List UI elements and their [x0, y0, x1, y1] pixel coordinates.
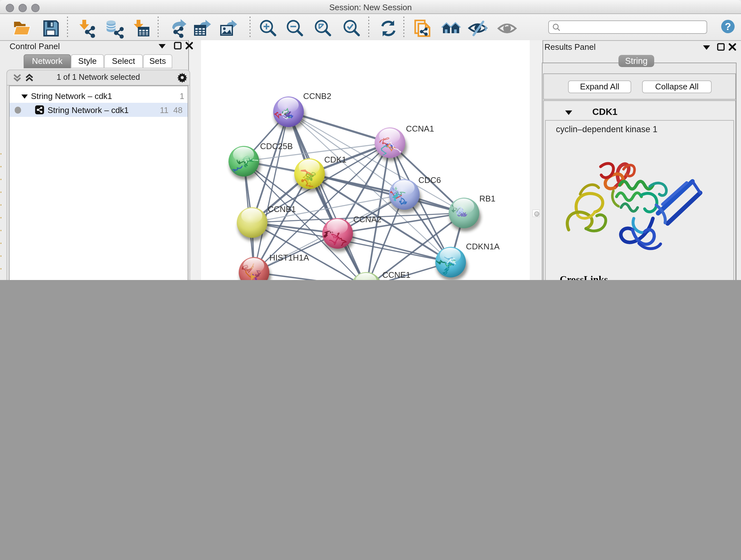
svg-text:CDC25B: CDC25B [260, 141, 293, 151]
svg-text:CDC6: CDC6 [418, 175, 441, 185]
svg-text:CCNE1: CCNE1 [382, 270, 410, 280]
svg-text:CCNB1: CCNB1 [268, 204, 296, 214]
svg-text:HIST1H1A: HIST1H1A [269, 253, 309, 262]
svg-text:CDKN1A: CDKN1A [466, 242, 500, 251]
svg-text:CCNB2: CCNB2 [303, 91, 331, 101]
svg-text:CCNA1: CCNA1 [406, 124, 434, 133]
svg-text:CDK1: CDK1 [324, 155, 346, 165]
svg-text:CCNA2: CCNA2 [353, 214, 381, 224]
svg-text:RB1: RB1 [479, 194, 495, 203]
